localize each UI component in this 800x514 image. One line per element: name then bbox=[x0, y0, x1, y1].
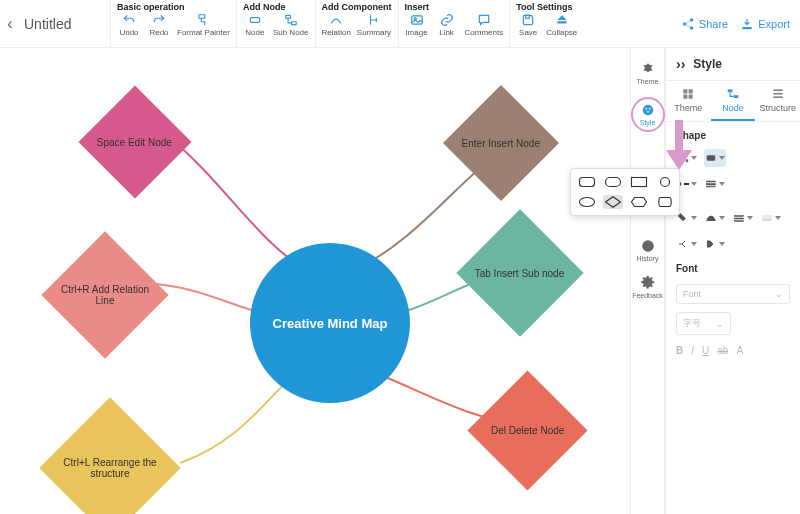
svg-point-8 bbox=[683, 22, 687, 26]
italic-button[interactable]: I bbox=[691, 345, 694, 356]
svg-rect-19 bbox=[773, 93, 782, 95]
menu-group-add-component: Add Component Relation Summary bbox=[315, 0, 398, 47]
shape-picker-button[interactable] bbox=[704, 149, 726, 167]
branch-style-b-button[interactable] bbox=[704, 235, 726, 253]
insert-image-button[interactable]: Image bbox=[405, 13, 429, 37]
document-title[interactable]: Untitled bbox=[20, 0, 110, 47]
shape-diamond[interactable] bbox=[603, 195, 623, 209]
top-toolbar: ‹ Untitled Basic operation Undo Redo For… bbox=[0, 0, 800, 48]
tab-structure[interactable]: Structure bbox=[755, 81, 800, 121]
share-button[interactable]: Share bbox=[681, 17, 728, 31]
redo-button[interactable]: Redo bbox=[147, 13, 171, 37]
svg-point-9 bbox=[690, 26, 694, 30]
add-sub-node-button[interactable]: Sub Node bbox=[273, 13, 309, 37]
collapse-button[interactable]: Collapse bbox=[546, 13, 577, 37]
menu-header-basic: Basic operation bbox=[117, 2, 230, 13]
svg-point-12 bbox=[648, 108, 650, 110]
menu-group-basic: Basic operation Undo Redo Format Painter bbox=[110, 0, 236, 47]
insert-link-button[interactable]: Link bbox=[435, 13, 459, 37]
menu-group-insert: Insert Image Link Comments bbox=[398, 0, 510, 47]
insert-comments-button[interactable]: Comments bbox=[465, 13, 504, 37]
share-export-group: Share Export bbox=[681, 0, 800, 47]
svg-rect-26 bbox=[735, 216, 744, 217]
panel-title: Style bbox=[693, 57, 722, 71]
svg-rect-29 bbox=[580, 178, 595, 187]
panel-header: ››Style bbox=[666, 48, 800, 80]
underline-button[interactable]: U bbox=[702, 345, 709, 356]
undo-button[interactable]: Undo bbox=[117, 13, 141, 37]
svg-point-10 bbox=[642, 105, 653, 116]
text-color-button[interactable]: A bbox=[736, 345, 743, 356]
shape-dropdown[interactable] bbox=[570, 168, 680, 216]
add-node-button[interactable]: Node bbox=[243, 13, 267, 37]
strike-button[interactable]: ab bbox=[717, 345, 728, 356]
menu-group-tool-settings: Tool Settings Save Collapse bbox=[509, 0, 583, 47]
tab-node[interactable]: Node bbox=[711, 81, 756, 121]
font-section-label: Font bbox=[666, 255, 800, 280]
text-format-row: B I U ab A bbox=[666, 339, 800, 362]
svg-rect-28 bbox=[735, 221, 744, 222]
format-painter-button[interactable]: Format Painter bbox=[177, 13, 230, 37]
font-size-select[interactable]: 字号⌄ bbox=[676, 312, 731, 335]
shape-rect[interactable] bbox=[629, 175, 649, 189]
svg-rect-24 bbox=[707, 184, 716, 186]
shape-hexagon[interactable] bbox=[629, 195, 649, 209]
shape-stadium[interactable] bbox=[655, 195, 675, 209]
svg-rect-1 bbox=[285, 15, 290, 18]
shape-ellipse[interactable] bbox=[577, 195, 597, 209]
branch-style-a-button[interactable] bbox=[676, 235, 698, 253]
style-panel: ››Style Theme Node Structure Shape Font … bbox=[665, 48, 800, 514]
font-family-select[interactable]: Font⌄ bbox=[676, 284, 790, 304]
svg-rect-34 bbox=[675, 120, 683, 150]
shape-circle[interactable] bbox=[655, 175, 675, 189]
tab-theme[interactable]: Theme bbox=[666, 81, 711, 121]
mindmap-canvas[interactable]: Creative Mind Map Space Edit Node Ctrl+R… bbox=[0, 48, 630, 514]
menu-header-add-node: Add Node bbox=[243, 2, 309, 13]
menu-header-add-component: Add Component bbox=[322, 2, 392, 13]
svg-rect-21 bbox=[707, 156, 715, 161]
svg-rect-5 bbox=[526, 15, 530, 18]
svg-rect-2 bbox=[291, 22, 296, 25]
line-style-button[interactable] bbox=[704, 209, 726, 227]
svg-rect-17 bbox=[734, 95, 739, 98]
svg-rect-30 bbox=[606, 178, 621, 187]
add-summary-button[interactable]: Summary bbox=[357, 13, 391, 37]
rail-history[interactable]: History bbox=[631, 237, 665, 264]
svg-point-33 bbox=[580, 198, 595, 207]
svg-rect-16 bbox=[728, 89, 733, 92]
menu-group-add-node: Add Node Node Sub Node bbox=[236, 0, 315, 47]
bold-button[interactable]: B bbox=[676, 345, 683, 356]
shape-pill[interactable] bbox=[603, 175, 623, 189]
line-width-button[interactable] bbox=[732, 209, 754, 227]
center-node[interactable]: Creative Mind Map bbox=[250, 243, 410, 403]
shape-rounded-rect[interactable] bbox=[577, 175, 597, 189]
tutorial-arrow-icon bbox=[666, 120, 692, 172]
menu-header-tool-settings: Tool Settings bbox=[516, 2, 577, 13]
svg-point-7 bbox=[690, 18, 694, 22]
back-button[interactable]: ‹ bbox=[0, 0, 20, 47]
menu-header-insert: Insert bbox=[405, 2, 504, 13]
rail-feedback[interactable]: Feedback bbox=[631, 274, 665, 301]
svg-point-13 bbox=[647, 111, 649, 113]
svg-rect-23 bbox=[707, 181, 716, 182]
svg-rect-0 bbox=[250, 18, 259, 23]
export-button[interactable]: Export bbox=[740, 17, 790, 31]
svg-point-32 bbox=[661, 178, 670, 187]
svg-rect-27 bbox=[735, 218, 744, 219]
svg-rect-25 bbox=[707, 187, 716, 188]
right-rail: Theme Style History Feedback bbox=[630, 48, 665, 514]
svg-rect-6 bbox=[557, 21, 566, 23]
line-pattern-button[interactable] bbox=[760, 209, 782, 227]
panel-tabs: Theme Node Structure bbox=[666, 80, 800, 122]
rail-style[interactable]: Style bbox=[631, 97, 665, 132]
collapse-panel-icon[interactable]: ›› bbox=[676, 56, 685, 72]
svg-rect-31 bbox=[632, 178, 647, 187]
svg-rect-18 bbox=[773, 89, 782, 91]
svg-point-11 bbox=[645, 108, 647, 110]
svg-rect-20 bbox=[773, 96, 782, 98]
border-width-button[interactable] bbox=[704, 175, 726, 193]
add-relation-button[interactable]: Relation bbox=[322, 13, 351, 37]
save-button[interactable]: Save bbox=[516, 13, 540, 37]
rail-theme[interactable]: Theme bbox=[631, 60, 665, 87]
